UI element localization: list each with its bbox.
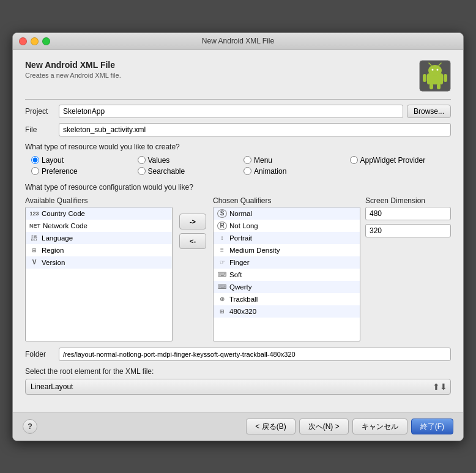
chosen-qualifiers-label: Chosen Qualifiers <box>213 196 360 205</box>
resource-question: What type of resource would you like to … <box>25 143 451 151</box>
radio-values[interactable]: Values <box>138 156 239 165</box>
divider-1 <box>25 99 451 100</box>
list-item[interactable]: V Version <box>26 256 172 269</box>
list-item[interactable]: ↕ Portrait <box>214 232 360 244</box>
radio-menu[interactable]: Menu <box>244 156 345 165</box>
available-qualifiers-list[interactable]: 123 Country Code NET Network Code 語 Lang… <box>25 207 173 341</box>
list-item[interactable]: NET Network Code <box>26 220 172 232</box>
project-input[interactable] <box>59 105 403 118</box>
screen-width-input[interactable] <box>365 207 451 220</box>
svg-rect-9 <box>430 84 433 89</box>
help-button[interactable]: ? <box>23 419 37 434</box>
folder-label: Folder <box>25 350 59 359</box>
android-logo <box>419 60 451 92</box>
main-window: New Android XML File New Android XML Fil… <box>12 32 464 441</box>
resolution-icon: ⊞ <box>217 308 227 315</box>
file-input[interactable] <box>59 123 451 136</box>
chosen-qualifiers-panel: Chosen Qualifiers S Normal R Not Long ↕ … <box>213 196 360 341</box>
radio-animation[interactable]: Animation <box>244 167 345 176</box>
trackball-icon: ⊕ <box>217 296 227 302</box>
notlong-icon: R <box>217 222 227 230</box>
list-item[interactable]: ≡ Medium Density <box>214 244 360 256</box>
available-qualifiers-panel: Available Qualifiers 123 Country Code NE… <box>25 196 173 341</box>
chosen-qualifiers-list[interactable]: S Normal R Not Long ↕ Portrait ≡ Medium … <box>213 207 360 341</box>
screen-dimension-panel: Screen Dimension <box>365 196 451 241</box>
list-item[interactable]: ⊞ Region <box>26 244 172 256</box>
svg-point-4 <box>437 69 439 70</box>
add-qualifier-button[interactable]: -> <box>179 214 206 229</box>
soft-icon: ⌨ <box>217 271 227 278</box>
list-item[interactable]: ⊞ 480x320 <box>214 305 360 318</box>
file-row: File <box>25 123 451 136</box>
root-element-select[interactable]: LinearLayout RelativeLayout FrameLayout … <box>25 379 451 395</box>
header-section: New Android XML File Creates a new Andro… <box>25 60 451 92</box>
radio-searchable[interactable]: Searchable <box>138 167 239 176</box>
file-label: File <box>25 125 59 134</box>
project-row: Project Browse... <box>25 105 451 118</box>
available-qualifiers-label: Available Qualifiers <box>25 196 173 205</box>
minimize-button[interactable] <box>31 37 39 45</box>
resource-type-group: Layout Values Menu AppWidget Provider Pr… <box>25 156 451 176</box>
radio-preference[interactable]: Preference <box>31 167 133 176</box>
dialog-subtitle: Creates a new Android XML file. <box>25 72 121 79</box>
root-element-question: Select the root element for the XML file… <box>25 367 451 376</box>
list-item[interactable]: 123 Country Code <box>26 207 172 220</box>
list-item[interactable]: ⌨ Qwerty <box>214 281 360 293</box>
window-controls <box>19 37 50 45</box>
browse-button[interactable]: Browse... <box>407 105 451 118</box>
remove-qualifier-button[interactable]: <- <box>179 233 206 249</box>
radio-appwidget[interactable]: AppWidget Provider <box>350 156 452 165</box>
next-button[interactable]: 次へ(N) > <box>299 419 349 434</box>
region-icon: ⊞ <box>29 247 39 253</box>
qwerty-icon: ⌨ <box>217 283 227 290</box>
cancel-button[interactable]: キャンセル <box>352 419 407 434</box>
finish-button[interactable]: 終了(F) <box>411 419 453 434</box>
country-code-icon: 123 <box>29 210 39 217</box>
list-item[interactable]: ⌨ Soft <box>214 269 360 281</box>
list-item[interactable]: 語 Language <box>26 232 172 244</box>
radio-layout[interactable]: Layout <box>31 156 133 165</box>
arrow-buttons: -> <- <box>177 196 208 249</box>
bottom-right: < 戻る(B) 次へ(N) > キャンセル 終了(F) <box>246 419 453 434</box>
finger-icon: ☞ <box>217 259 227 266</box>
project-label: Project <box>25 107 59 116</box>
language-icon: 語 <box>29 234 39 242</box>
header-text: New Android XML File Creates a new Andro… <box>25 60 121 79</box>
folder-row: Folder <box>25 348 451 361</box>
bottom-bar: ? < 戻る(B) 次へ(N) > キャンセル 終了(F) <box>13 412 463 441</box>
root-select-wrapper: LinearLayout RelativeLayout FrameLayout … <box>25 379 451 395</box>
svg-rect-8 <box>444 74 447 82</box>
svg-rect-10 <box>437 84 441 89</box>
config-question: What type of resource configuration woul… <box>25 183 451 192</box>
svg-point-2 <box>428 65 442 76</box>
close-button[interactable] <box>19 37 27 45</box>
root-element-section: Select the root element for the XML file… <box>25 367 451 395</box>
list-item[interactable]: ⊕ Trackball <box>214 293 360 305</box>
folder-input[interactable] <box>59 348 451 361</box>
network-code-icon: NET <box>29 223 40 229</box>
screen-dimension-label: Screen Dimension <box>365 196 451 205</box>
list-item[interactable]: R Not Long <box>214 220 360 232</box>
medium-density-icon: ≡ <box>217 247 227 253</box>
maximize-button[interactable] <box>42 37 50 45</box>
back-button[interactable]: < 戻る(B) <box>246 419 295 434</box>
main-content: New Android XML File Creates a new Andro… <box>13 50 463 412</box>
portrait-icon: ↕ <box>217 234 227 241</box>
qualifiers-section: Available Qualifiers 123 Country Code NE… <box>25 196 451 341</box>
list-item[interactable]: S Normal <box>214 207 360 220</box>
bottom-left: ? <box>23 419 37 434</box>
normal-icon: S <box>217 209 227 218</box>
version-icon: V <box>29 259 39 266</box>
titlebar: New Android XML File <box>13 33 463 50</box>
screen-height-input[interactable] <box>365 224 451 237</box>
window-title: New Android XML File <box>202 37 274 45</box>
dialog-title: New Android XML File <box>25 60 121 70</box>
list-item[interactable]: ☞ Finger <box>214 256 360 269</box>
svg-point-3 <box>432 69 434 70</box>
svg-rect-7 <box>423 74 426 82</box>
